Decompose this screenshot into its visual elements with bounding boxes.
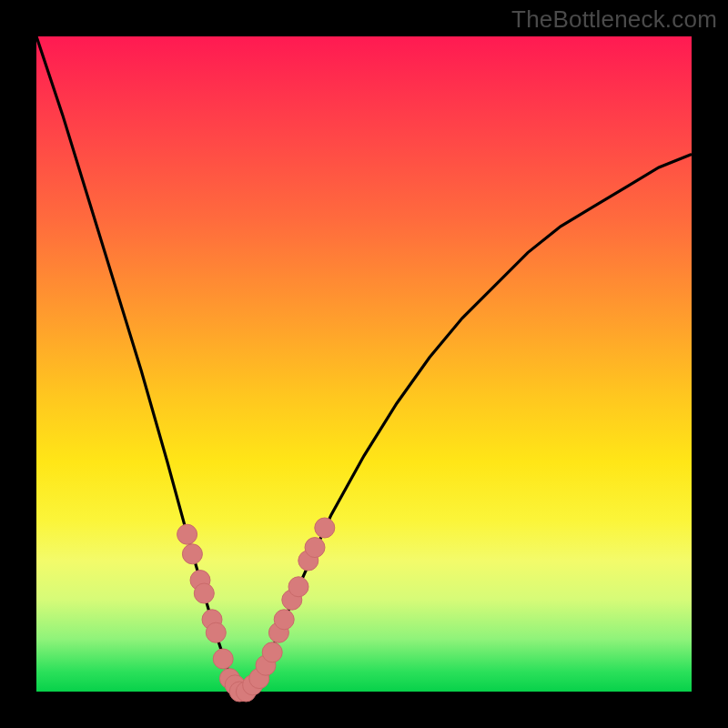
data-marker (182, 544, 202, 564)
data-marker (288, 577, 308, 597)
watermark-text: TheBottleneck.com (511, 5, 717, 34)
chart-svg (36, 36, 692, 692)
data-markers (177, 518, 335, 702)
data-marker (194, 583, 214, 603)
plot-area (36, 36, 692, 692)
chart-stage: TheBottleneck.com (0, 0, 728, 728)
bottleneck-curve (36, 36, 692, 692)
data-marker (315, 518, 335, 538)
data-marker (206, 622, 226, 642)
data-marker (213, 649, 233, 669)
data-marker (177, 524, 197, 544)
data-marker (274, 610, 294, 630)
data-marker (305, 538, 325, 558)
data-marker (262, 642, 282, 662)
